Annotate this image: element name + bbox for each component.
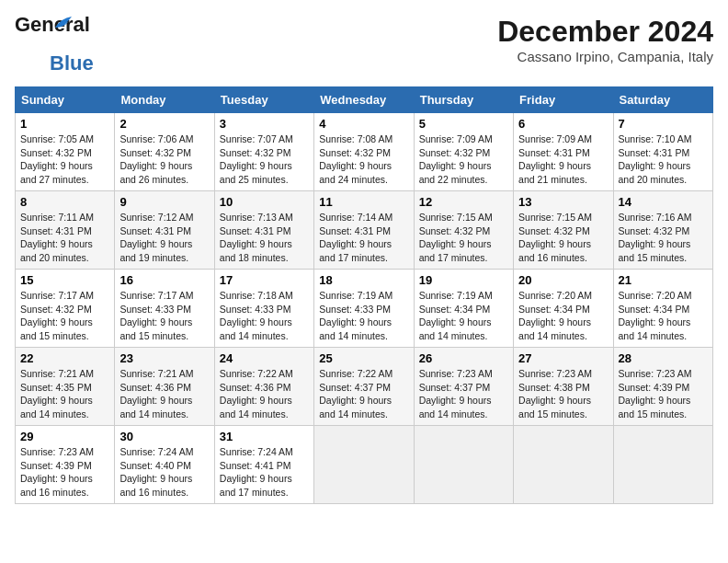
header-monday: Monday [115,87,214,113]
day-15: 15 Sunrise: 7:17 AMSunset: 4:32 PMDaylig… [16,270,115,348]
logo-general: General [15,13,90,36]
day-5: 5 Sunrise: 7:09 AMSunset: 4:32 PMDayligh… [414,113,513,191]
day-19: 19 Sunrise: 7:19 AMSunset: 4:34 PMDaylig… [414,270,513,348]
day-10: 10 Sunrise: 7:13 AMSunset: 4:31 PMDaylig… [214,191,313,270]
header-friday: Friday [514,87,613,113]
header-tuesday: Tuesday [214,87,313,113]
day-18: 18 Sunrise: 7:19 AMSunset: 4:33 PMDaylig… [314,270,414,348]
location-title: Cassano Irpino, Campania, Italy [497,49,713,64]
empty-cell-3 [514,426,613,504]
day-25: 25 Sunrise: 7:22 AMSunset: 4:37 PMDaylig… [314,348,414,426]
day-3: 3 Sunrise: 7:07 AMSunset: 4:32 PMDayligh… [214,113,313,191]
week-row-2: 8 Sunrise: 7:11 AMSunset: 4:31 PMDayligh… [16,191,713,270]
empty-cell-4 [613,426,712,504]
header-thursday: Thursday [414,87,513,113]
week-row-3: 15 Sunrise: 7:17 AMSunset: 4:32 PMDaylig… [16,270,713,348]
day-31: 31 Sunrise: 7:24 AMSunset: 4:41 PMDaylig… [214,426,313,504]
day-21: 21 Sunrise: 7:20 AMSunset: 4:34 PMDaylig… [613,270,712,348]
weekday-header-row: Sunday Monday Tuesday Wednesday Thursday… [16,87,713,113]
day-1: 1 Sunrise: 7:05 AMSunset: 4:32 PMDayligh… [16,113,115,191]
day-14: 14 Sunrise: 7:16 AMSunset: 4:32 PMDaylig… [613,191,712,270]
day-9: 9 Sunrise: 7:12 AMSunset: 4:31 PMDayligh… [115,191,214,270]
week-row-1: 1 Sunrise: 7:05 AMSunset: 4:32 PMDayligh… [16,113,713,191]
day-26: 26 Sunrise: 7:23 AMSunset: 4:37 PMDaylig… [414,348,513,426]
calendar-table: Sunday Monday Tuesday Wednesday Thursday… [15,86,713,504]
month-title: December 2024 [497,15,713,49]
day-2: 2 Sunrise: 7:06 AMSunset: 4:32 PMDayligh… [115,113,214,191]
empty-cell-1 [314,426,414,504]
week-row-4: 22 Sunrise: 7:21 AMSunset: 4:35 PMDaylig… [16,348,713,426]
day-8: 8 Sunrise: 7:11 AMSunset: 4:31 PMDayligh… [16,191,115,270]
logo-bird-icon [53,15,74,33]
logo-blue: Blue [50,52,94,75]
page-header: General Blue December 2024 Cassano Irpin… [15,15,713,75]
day-29: 29 Sunrise: 7:23 AMSunset: 4:39 PMDaylig… [16,426,115,504]
empty-cell-2 [414,426,513,504]
header-wednesday: Wednesday [314,87,414,113]
day-24: 24 Sunrise: 7:22 AMSunset: 4:36 PMDaylig… [214,348,313,426]
day-22: 22 Sunrise: 7:21 AMSunset: 4:35 PMDaylig… [16,348,115,426]
day-12: 12 Sunrise: 7:15 AMSunset: 4:32 PMDaylig… [414,191,513,270]
title-block: December 2024 Cassano Irpino, Campania, … [497,15,713,64]
day-30: 30 Sunrise: 7:24 AMSunset: 4:40 PMDaylig… [115,426,214,504]
day-4: 4 Sunrise: 7:08 AMSunset: 4:32 PMDayligh… [314,113,414,191]
day-17: 17 Sunrise: 7:18 AMSunset: 4:33 PMDaylig… [214,270,313,348]
header-sunday: Sunday [16,87,115,113]
day-11: 11 Sunrise: 7:14 AMSunset: 4:31 PMDaylig… [314,191,414,270]
day-7: 7 Sunrise: 7:10 AMSunset: 4:31 PMDayligh… [613,113,712,191]
logo: General Blue [15,15,94,75]
header-saturday: Saturday [613,87,712,113]
day-28: 28 Sunrise: 7:23 AMSunset: 4:39 PMDaylig… [613,348,712,426]
day-6: 6 Sunrise: 7:09 AMSunset: 4:31 PMDayligh… [514,113,613,191]
day-13: 13 Sunrise: 7:15 AMSunset: 4:32 PMDaylig… [514,191,613,270]
day-23: 23 Sunrise: 7:21 AMSunset: 4:36 PMDaylig… [115,348,214,426]
day-27: 27 Sunrise: 7:23 AMSunset: 4:38 PMDaylig… [514,348,613,426]
day-20: 20 Sunrise: 7:20 AMSunset: 4:34 PMDaylig… [514,270,613,348]
day-16: 16 Sunrise: 7:17 AMSunset: 4:33 PMDaylig… [115,270,214,348]
week-row-5: 29 Sunrise: 7:23 AMSunset: 4:39 PMDaylig… [16,426,713,504]
